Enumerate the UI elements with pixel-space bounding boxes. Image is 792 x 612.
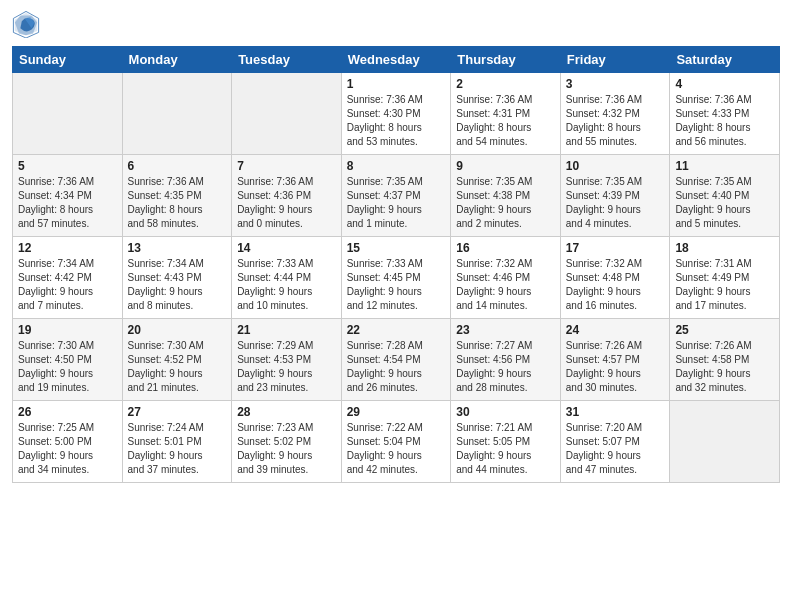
calendar-table: SundayMondayTuesdayWednesdayThursdayFrid… <box>12 46 780 483</box>
day-info: Sunrise: 7:35 AM Sunset: 4:37 PM Dayligh… <box>347 175 446 231</box>
day-info: Sunrise: 7:34 AM Sunset: 4:43 PM Dayligh… <box>128 257 227 313</box>
day-number: 19 <box>18 323 117 337</box>
page-container: SundayMondayTuesdayWednesdayThursdayFrid… <box>0 0 792 493</box>
calendar-week-row: 12Sunrise: 7:34 AM Sunset: 4:42 PM Dayli… <box>13 237 780 319</box>
day-number: 21 <box>237 323 336 337</box>
weekday-header-thursday: Thursday <box>451 47 561 73</box>
weekday-header-row: SundayMondayTuesdayWednesdayThursdayFrid… <box>13 47 780 73</box>
day-info: Sunrise: 7:32 AM Sunset: 4:46 PM Dayligh… <box>456 257 555 313</box>
day-info: Sunrise: 7:25 AM Sunset: 5:00 PM Dayligh… <box>18 421 117 477</box>
day-number: 31 <box>566 405 665 419</box>
calendar-cell: 30Sunrise: 7:21 AM Sunset: 5:05 PM Dayli… <box>451 401 561 483</box>
day-info: Sunrise: 7:34 AM Sunset: 4:42 PM Dayligh… <box>18 257 117 313</box>
day-number: 23 <box>456 323 555 337</box>
calendar-cell: 7Sunrise: 7:36 AM Sunset: 4:36 PM Daylig… <box>232 155 342 237</box>
day-info: Sunrise: 7:30 AM Sunset: 4:50 PM Dayligh… <box>18 339 117 395</box>
day-info: Sunrise: 7:35 AM Sunset: 4:38 PM Dayligh… <box>456 175 555 231</box>
day-number: 17 <box>566 241 665 255</box>
calendar-cell: 8Sunrise: 7:35 AM Sunset: 4:37 PM Daylig… <box>341 155 451 237</box>
day-info: Sunrise: 7:26 AM Sunset: 4:57 PM Dayligh… <box>566 339 665 395</box>
day-info: Sunrise: 7:27 AM Sunset: 4:56 PM Dayligh… <box>456 339 555 395</box>
logo-icon <box>12 10 40 38</box>
day-number: 25 <box>675 323 774 337</box>
day-number: 2 <box>456 77 555 91</box>
calendar-cell <box>670 401 780 483</box>
day-number: 1 <box>347 77 446 91</box>
calendar-cell: 15Sunrise: 7:33 AM Sunset: 4:45 PM Dayli… <box>341 237 451 319</box>
calendar-cell: 11Sunrise: 7:35 AM Sunset: 4:40 PM Dayli… <box>670 155 780 237</box>
calendar-cell: 29Sunrise: 7:22 AM Sunset: 5:04 PM Dayli… <box>341 401 451 483</box>
weekday-header-monday: Monday <box>122 47 232 73</box>
day-info: Sunrise: 7:36 AM Sunset: 4:32 PM Dayligh… <box>566 93 665 149</box>
day-info: Sunrise: 7:36 AM Sunset: 4:36 PM Dayligh… <box>237 175 336 231</box>
day-info: Sunrise: 7:20 AM Sunset: 5:07 PM Dayligh… <box>566 421 665 477</box>
day-number: 27 <box>128 405 227 419</box>
day-info: Sunrise: 7:31 AM Sunset: 4:49 PM Dayligh… <box>675 257 774 313</box>
weekday-header-tuesday: Tuesday <box>232 47 342 73</box>
calendar-cell: 23Sunrise: 7:27 AM Sunset: 4:56 PM Dayli… <box>451 319 561 401</box>
day-info: Sunrise: 7:23 AM Sunset: 5:02 PM Dayligh… <box>237 421 336 477</box>
day-info: Sunrise: 7:26 AM Sunset: 4:58 PM Dayligh… <box>675 339 774 395</box>
day-info: Sunrise: 7:36 AM Sunset: 4:30 PM Dayligh… <box>347 93 446 149</box>
calendar-cell: 25Sunrise: 7:26 AM Sunset: 4:58 PM Dayli… <box>670 319 780 401</box>
calendar-cell: 12Sunrise: 7:34 AM Sunset: 4:42 PM Dayli… <box>13 237 123 319</box>
day-info: Sunrise: 7:33 AM Sunset: 4:45 PM Dayligh… <box>347 257 446 313</box>
calendar-cell: 4Sunrise: 7:36 AM Sunset: 4:33 PM Daylig… <box>670 73 780 155</box>
calendar-cell: 31Sunrise: 7:20 AM Sunset: 5:07 PM Dayli… <box>560 401 670 483</box>
day-info: Sunrise: 7:35 AM Sunset: 4:39 PM Dayligh… <box>566 175 665 231</box>
day-number: 28 <box>237 405 336 419</box>
day-info: Sunrise: 7:28 AM Sunset: 4:54 PM Dayligh… <box>347 339 446 395</box>
calendar-cell: 3Sunrise: 7:36 AM Sunset: 4:32 PM Daylig… <box>560 73 670 155</box>
calendar-cell: 21Sunrise: 7:29 AM Sunset: 4:53 PM Dayli… <box>232 319 342 401</box>
calendar-cell: 18Sunrise: 7:31 AM Sunset: 4:49 PM Dayli… <box>670 237 780 319</box>
day-info: Sunrise: 7:36 AM Sunset: 4:34 PM Dayligh… <box>18 175 117 231</box>
day-info: Sunrise: 7:33 AM Sunset: 4:44 PM Dayligh… <box>237 257 336 313</box>
calendar-cell: 19Sunrise: 7:30 AM Sunset: 4:50 PM Dayli… <box>13 319 123 401</box>
day-number: 29 <box>347 405 446 419</box>
calendar-cell: 27Sunrise: 7:24 AM Sunset: 5:01 PM Dayli… <box>122 401 232 483</box>
calendar-cell: 26Sunrise: 7:25 AM Sunset: 5:00 PM Dayli… <box>13 401 123 483</box>
day-info: Sunrise: 7:36 AM Sunset: 4:35 PM Dayligh… <box>128 175 227 231</box>
calendar-cell: 5Sunrise: 7:36 AM Sunset: 4:34 PM Daylig… <box>13 155 123 237</box>
calendar-cell: 16Sunrise: 7:32 AM Sunset: 4:46 PM Dayli… <box>451 237 561 319</box>
calendar-week-row: 5Sunrise: 7:36 AM Sunset: 4:34 PM Daylig… <box>13 155 780 237</box>
day-number: 10 <box>566 159 665 173</box>
day-number: 22 <box>347 323 446 337</box>
day-number: 4 <box>675 77 774 91</box>
day-info: Sunrise: 7:22 AM Sunset: 5:04 PM Dayligh… <box>347 421 446 477</box>
day-number: 24 <box>566 323 665 337</box>
day-number: 7 <box>237 159 336 173</box>
calendar-cell: 20Sunrise: 7:30 AM Sunset: 4:52 PM Dayli… <box>122 319 232 401</box>
day-number: 12 <box>18 241 117 255</box>
day-info: Sunrise: 7:24 AM Sunset: 5:01 PM Dayligh… <box>128 421 227 477</box>
weekday-header-saturday: Saturday <box>670 47 780 73</box>
day-info: Sunrise: 7:36 AM Sunset: 4:33 PM Dayligh… <box>675 93 774 149</box>
day-number: 9 <box>456 159 555 173</box>
calendar-cell: 9Sunrise: 7:35 AM Sunset: 4:38 PM Daylig… <box>451 155 561 237</box>
day-number: 8 <box>347 159 446 173</box>
day-number: 5 <box>18 159 117 173</box>
day-info: Sunrise: 7:30 AM Sunset: 4:52 PM Dayligh… <box>128 339 227 395</box>
calendar-week-row: 1Sunrise: 7:36 AM Sunset: 4:30 PM Daylig… <box>13 73 780 155</box>
weekday-header-wednesday: Wednesday <box>341 47 451 73</box>
day-number: 20 <box>128 323 227 337</box>
weekday-header-sunday: Sunday <box>13 47 123 73</box>
day-number: 26 <box>18 405 117 419</box>
day-number: 30 <box>456 405 555 419</box>
day-number: 15 <box>347 241 446 255</box>
calendar-cell: 6Sunrise: 7:36 AM Sunset: 4:35 PM Daylig… <box>122 155 232 237</box>
day-number: 14 <box>237 241 336 255</box>
calendar-cell <box>232 73 342 155</box>
calendar-cell <box>122 73 232 155</box>
logo <box>12 10 44 38</box>
calendar-cell: 14Sunrise: 7:33 AM Sunset: 4:44 PM Dayli… <box>232 237 342 319</box>
day-number: 6 <box>128 159 227 173</box>
calendar-cell <box>13 73 123 155</box>
calendar-cell: 24Sunrise: 7:26 AM Sunset: 4:57 PM Dayli… <box>560 319 670 401</box>
calendar-cell: 28Sunrise: 7:23 AM Sunset: 5:02 PM Dayli… <box>232 401 342 483</box>
day-info: Sunrise: 7:21 AM Sunset: 5:05 PM Dayligh… <box>456 421 555 477</box>
calendar-cell: 10Sunrise: 7:35 AM Sunset: 4:39 PM Dayli… <box>560 155 670 237</box>
day-number: 13 <box>128 241 227 255</box>
day-info: Sunrise: 7:36 AM Sunset: 4:31 PM Dayligh… <box>456 93 555 149</box>
day-info: Sunrise: 7:29 AM Sunset: 4:53 PM Dayligh… <box>237 339 336 395</box>
